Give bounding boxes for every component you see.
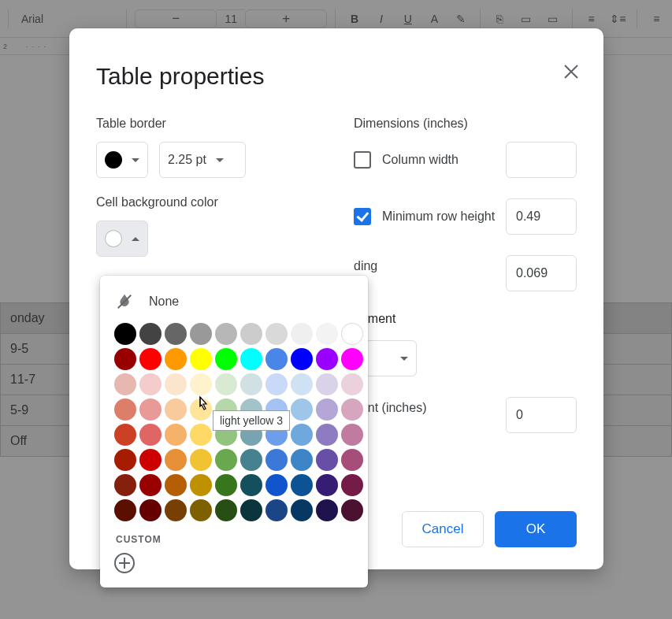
- color-swatch[interactable]: [291, 373, 313, 395]
- close-button[interactable]: [559, 60, 583, 83]
- color-swatch[interactable]: [291, 424, 313, 446]
- cell-bg-color-dropdown[interactable]: [96, 221, 148, 257]
- color-swatch[interactable]: [114, 449, 136, 471]
- color-swatch[interactable]: [114, 474, 136, 496]
- ok-button[interactable]: OK: [495, 511, 577, 547]
- color-swatch[interactable]: [291, 449, 313, 471]
- color-swatch[interactable]: [341, 348, 363, 370]
- dialog-title: Table properties: [96, 63, 577, 90]
- color-swatch[interactable]: [316, 449, 338, 471]
- color-swatch[interactable]: [139, 348, 162, 370]
- color-swatch[interactable]: [240, 323, 262, 345]
- color-swatch[interactable]: [341, 424, 363, 446]
- color-swatch[interactable]: [316, 398, 338, 421]
- color-swatch[interactable]: [114, 424, 136, 446]
- cancel-button[interactable]: Cancel: [402, 511, 484, 547]
- color-swatch[interactable]: [341, 398, 363, 421]
- color-swatch[interactable]: [291, 474, 313, 496]
- color-swatch[interactable]: [291, 348, 313, 370]
- color-swatch[interactable]: [265, 499, 288, 521]
- color-swatch[interactable]: [114, 323, 136, 345]
- color-swatch[interactable]: [265, 449, 288, 471]
- color-swatch[interactable]: [165, 449, 187, 471]
- color-swatch[interactable]: [316, 373, 338, 395]
- cell-padding-input[interactable]: [506, 255, 577, 291]
- color-swatch[interactable]: [215, 499, 237, 521]
- column-width-label: Column width: [382, 153, 459, 167]
- column-width-input[interactable]: [506, 142, 577, 178]
- color-swatch[interactable]: [316, 474, 338, 496]
- caret-up-icon: [132, 237, 139, 241]
- color-swatch[interactable]: [240, 373, 262, 395]
- color-swatch[interactable]: [165, 323, 187, 345]
- color-swatch[interactable]: [114, 348, 136, 370]
- color-swatch[interactable]: [291, 398, 313, 421]
- color-none-option[interactable]: None: [113, 287, 355, 321]
- color-tooltip: light yellow 3: [213, 410, 290, 431]
- color-swatch[interactable]: [215, 373, 237, 395]
- color-swatch[interactable]: [215, 323, 237, 345]
- min-row-height-checkbox[interactable]: [354, 208, 371, 225]
- color-swatch[interactable]: [190, 373, 212, 395]
- color-swatch[interactable]: [341, 323, 363, 345]
- cell-bg-swatch: [105, 230, 122, 247]
- color-swatch[interactable]: [190, 474, 212, 496]
- color-swatch[interactable]: [165, 348, 187, 370]
- color-swatch[interactable]: [139, 474, 162, 496]
- color-swatch[interactable]: [215, 474, 237, 496]
- color-swatch[interactable]: [215, 449, 237, 471]
- color-swatch[interactable]: [341, 499, 363, 521]
- custom-label: CUSTOM: [113, 523, 355, 551]
- color-swatch[interactable]: [265, 323, 288, 345]
- no-fill-icon: [116, 293, 133, 310]
- color-swatch[interactable]: [215, 348, 237, 370]
- color-swatch[interactable]: [190, 449, 212, 471]
- color-none-label: None: [149, 295, 179, 309]
- color-swatch[interactable]: [190, 323, 212, 345]
- color-swatch[interactable]: [165, 499, 187, 521]
- color-swatch[interactable]: [139, 398, 162, 421]
- color-swatch[interactable]: [139, 373, 162, 395]
- color-swatch[interactable]: [240, 348, 262, 370]
- color-swatch[interactable]: [139, 424, 162, 446]
- color-swatch[interactable]: [240, 474, 262, 496]
- color-swatch[interactable]: [316, 348, 338, 370]
- indent-input[interactable]: [506, 397, 577, 433]
- border-color-dropdown[interactable]: [96, 142, 148, 178]
- color-swatch[interactable]: [316, 424, 338, 446]
- color-swatch[interactable]: [265, 348, 288, 370]
- caret-down-icon: [216, 158, 224, 162]
- color-swatch[interactable]: [341, 373, 363, 395]
- border-width-dropdown[interactable]: 2.25 pt: [159, 142, 246, 178]
- color-swatch[interactable]: [341, 474, 363, 496]
- color-swatch[interactable]: [190, 348, 212, 370]
- column-width-checkbox[interactable]: [354, 151, 371, 169]
- caret-down-icon: [400, 357, 408, 361]
- color-swatch[interactable]: [114, 499, 136, 521]
- color-swatch[interactable]: [240, 449, 262, 471]
- color-swatch[interactable]: [240, 499, 262, 521]
- color-swatch[interactable]: [139, 499, 162, 521]
- add-custom-color-button[interactable]: [114, 553, 135, 573]
- color-swatch[interactable]: [265, 474, 288, 496]
- color-swatch[interactable]: [190, 499, 212, 521]
- color-swatch[interactable]: [114, 398, 136, 421]
- color-swatch[interactable]: [316, 499, 338, 521]
- color-swatch[interactable]: [165, 424, 187, 446]
- color-swatch[interactable]: [316, 323, 338, 345]
- color-swatch[interactable]: [341, 449, 363, 471]
- color-swatch[interactable]: [139, 449, 162, 471]
- color-swatch[interactable]: [265, 373, 288, 395]
- color-swatch[interactable]: [291, 323, 313, 345]
- color-swatch[interactable]: [165, 373, 187, 395]
- color-swatch[interactable]: [165, 398, 187, 421]
- color-swatch[interactable]: [190, 424, 212, 446]
- color-swatch[interactable]: [291, 499, 313, 521]
- cell-bg-label: Cell background color: [96, 195, 319, 209]
- color-swatch[interactable]: [190, 398, 212, 421]
- color-swatch[interactable]: [114, 373, 136, 395]
- min-row-height-input[interactable]: [506, 198, 577, 235]
- color-swatch[interactable]: [165, 474, 187, 496]
- border-color-swatch: [105, 151, 122, 169]
- color-swatch[interactable]: [139, 323, 162, 345]
